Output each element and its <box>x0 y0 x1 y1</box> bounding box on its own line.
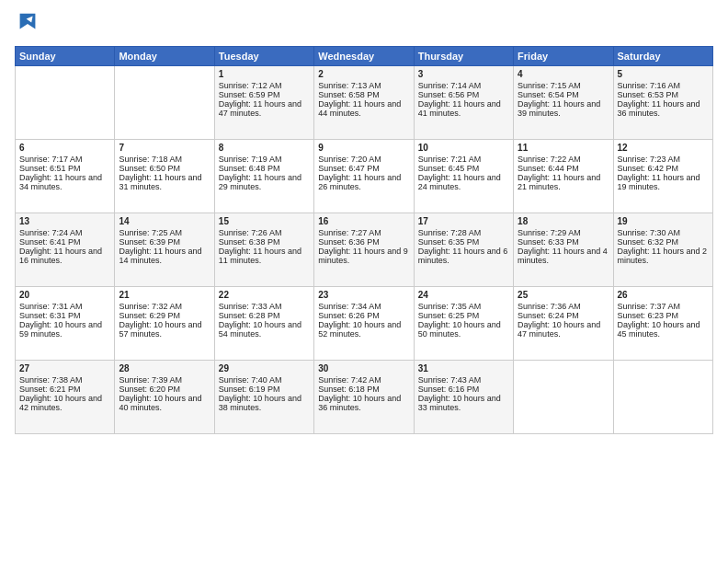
sunset-text: Sunset: 6:53 PM <box>618 90 709 99</box>
day-number: 29 <box>219 363 310 373</box>
day-number: 3 <box>418 69 509 79</box>
header <box>15 11 713 37</box>
day-header: Monday <box>115 47 214 66</box>
calendar-cell: 16Sunrise: 7:27 AMSunset: 6:36 PMDayligh… <box>314 213 414 287</box>
sunrise-text: Sunrise: 7:33 AM <box>219 302 310 311</box>
day-number: 21 <box>119 290 210 300</box>
daylight-text: Daylight: 10 hours and 40 minutes. <box>119 394 210 412</box>
daylight-text: Daylight: 11 hours and 36 minutes. <box>618 99 709 118</box>
day-number: 22 <box>219 290 310 300</box>
sunrise-text: Sunrise: 7:30 AM <box>618 228 709 237</box>
sunrise-text: Sunrise: 7:27 AM <box>318 228 409 237</box>
week-row: 1Sunrise: 7:12 AMSunset: 6:59 PMDaylight… <box>16 66 713 140</box>
day-number: 11 <box>518 143 609 153</box>
day-number: 10 <box>418 143 509 153</box>
day-number: 19 <box>618 216 709 226</box>
calendar-cell: 2Sunrise: 7:13 AMSunset: 6:58 PMDaylight… <box>314 66 414 140</box>
calendar-cell: 3Sunrise: 7:14 AMSunset: 6:56 PMDaylight… <box>414 66 513 140</box>
day-number: 26 <box>618 290 709 300</box>
day-number: 2 <box>318 69 409 79</box>
daylight-text: Daylight: 11 hours and 39 minutes. <box>518 99 609 118</box>
sunset-text: Sunset: 6:20 PM <box>119 385 210 394</box>
day-number: 1 <box>219 69 310 79</box>
daylight-text: Daylight: 11 hours and 44 minutes. <box>318 99 409 118</box>
sunset-text: Sunset: 6:58 PM <box>318 90 409 99</box>
daylight-text: Daylight: 11 hours and 14 minutes. <box>119 247 210 265</box>
daylight-text: Daylight: 11 hours and 24 minutes. <box>418 173 509 191</box>
calendar-cell: 24Sunrise: 7:35 AMSunset: 6:25 PMDayligh… <box>414 287 513 361</box>
daylight-text: Daylight: 11 hours and 19 minutes. <box>618 173 709 191</box>
sunset-text: Sunset: 6:42 PM <box>618 164 709 173</box>
sunset-text: Sunset: 6:50 PM <box>119 164 210 173</box>
calendar-cell: 28Sunrise: 7:39 AMSunset: 6:20 PMDayligh… <box>115 361 214 434</box>
calendar-cell: 22Sunrise: 7:33 AMSunset: 6:28 PMDayligh… <box>214 287 313 361</box>
sunset-text: Sunset: 6:16 PM <box>418 385 509 394</box>
day-number: 15 <box>219 216 310 226</box>
day-header: Friday <box>514 47 613 66</box>
sunrise-text: Sunrise: 7:19 AM <box>219 155 310 164</box>
sunrise-text: Sunrise: 7:23 AM <box>618 155 709 164</box>
week-row: 13Sunrise: 7:24 AMSunset: 6:41 PMDayligh… <box>16 213 713 287</box>
day-number: 28 <box>119 363 210 373</box>
sunset-text: Sunset: 6:29 PM <box>119 311 210 320</box>
sunset-text: Sunset: 6:24 PM <box>518 311 609 320</box>
sunset-text: Sunset: 6:51 PM <box>19 164 110 173</box>
sunset-text: Sunset: 6:39 PM <box>119 237 210 247</box>
sunset-text: Sunset: 6:28 PM <box>219 311 310 320</box>
sunset-text: Sunset: 6:44 PM <box>518 164 609 173</box>
day-header: Tuesday <box>214 47 313 66</box>
sunrise-text: Sunrise: 7:16 AM <box>618 81 709 90</box>
calendar-cell: 20Sunrise: 7:31 AMSunset: 6:31 PMDayligh… <box>16 287 115 361</box>
calendar-cell: 6Sunrise: 7:17 AMSunset: 6:51 PMDaylight… <box>16 140 115 213</box>
calendar-cell: 18Sunrise: 7:29 AMSunset: 6:33 PMDayligh… <box>514 213 613 287</box>
daylight-text: Daylight: 10 hours and 38 minutes. <box>219 394 310 412</box>
day-number: 31 <box>418 363 509 373</box>
calendar-cell: 23Sunrise: 7:34 AMSunset: 6:26 PMDayligh… <box>314 287 414 361</box>
day-number: 27 <box>19 363 110 373</box>
calendar-cell <box>115 66 214 140</box>
daylight-text: Daylight: 10 hours and 36 minutes. <box>318 394 409 412</box>
calendar-cell <box>613 361 712 434</box>
sunset-text: Sunset: 6:31 PM <box>19 311 110 320</box>
sunset-text: Sunset: 6:23 PM <box>618 311 709 320</box>
daylight-text: Daylight: 10 hours and 33 minutes. <box>418 394 509 412</box>
sunset-text: Sunset: 6:33 PM <box>518 237 609 247</box>
sunset-text: Sunset: 6:59 PM <box>219 90 310 99</box>
day-number: 24 <box>418 290 509 300</box>
calendar-table: SundayMondayTuesdayWednesdayThursdayFrid… <box>15 46 713 434</box>
daylight-text: Daylight: 11 hours and 2 minutes. <box>618 247 709 265</box>
sunrise-text: Sunrise: 7:31 AM <box>19 302 110 311</box>
calendar-cell: 8Sunrise: 7:19 AMSunset: 6:48 PMDaylight… <box>214 140 313 213</box>
sunrise-text: Sunrise: 7:43 AM <box>418 375 509 385</box>
day-number: 13 <box>19 216 110 226</box>
sunrise-text: Sunrise: 7:26 AM <box>219 228 310 237</box>
daylight-text: Daylight: 10 hours and 52 minutes. <box>318 320 409 339</box>
sunrise-text: Sunrise: 7:14 AM <box>418 81 509 90</box>
daylight-text: Daylight: 11 hours and 11 minutes. <box>219 247 310 265</box>
sunrise-text: Sunrise: 7:21 AM <box>418 155 509 164</box>
calendar-cell: 29Sunrise: 7:40 AMSunset: 6:19 PMDayligh… <box>214 361 313 434</box>
sunrise-text: Sunrise: 7:15 AM <box>518 81 609 90</box>
sunrise-text: Sunrise: 7:22 AM <box>518 155 609 164</box>
sunset-text: Sunset: 6:19 PM <box>219 385 310 394</box>
daylight-text: Daylight: 10 hours and 59 minutes. <box>19 320 110 339</box>
calendar-cell: 14Sunrise: 7:25 AMSunset: 6:39 PMDayligh… <box>115 213 214 287</box>
logo <box>15 11 44 37</box>
sunset-text: Sunset: 6:45 PM <box>418 164 509 173</box>
calendar-cell: 5Sunrise: 7:16 AMSunset: 6:53 PMDaylight… <box>613 66 712 140</box>
daylight-text: Daylight: 11 hours and 31 minutes. <box>119 173 210 191</box>
calendar-cell: 30Sunrise: 7:42 AMSunset: 6:18 PMDayligh… <box>314 361 414 434</box>
sunrise-text: Sunrise: 7:29 AM <box>518 228 609 237</box>
day-number: 20 <box>19 290 110 300</box>
day-number: 18 <box>518 216 609 226</box>
daylight-text: Daylight: 11 hours and 26 minutes. <box>318 173 409 191</box>
calendar-cell: 15Sunrise: 7:26 AMSunset: 6:38 PMDayligh… <box>214 213 313 287</box>
daylight-text: Daylight: 10 hours and 54 minutes. <box>219 320 310 339</box>
calendar-cell <box>16 66 115 140</box>
day-number: 12 <box>618 143 709 153</box>
calendar-cell: 11Sunrise: 7:22 AMSunset: 6:44 PMDayligh… <box>514 140 613 213</box>
sunset-text: Sunset: 6:25 PM <box>418 311 509 320</box>
calendar-cell: 27Sunrise: 7:38 AMSunset: 6:21 PMDayligh… <box>16 361 115 434</box>
sunset-text: Sunset: 6:21 PM <box>19 385 110 394</box>
sunset-text: Sunset: 6:32 PM <box>618 237 709 247</box>
